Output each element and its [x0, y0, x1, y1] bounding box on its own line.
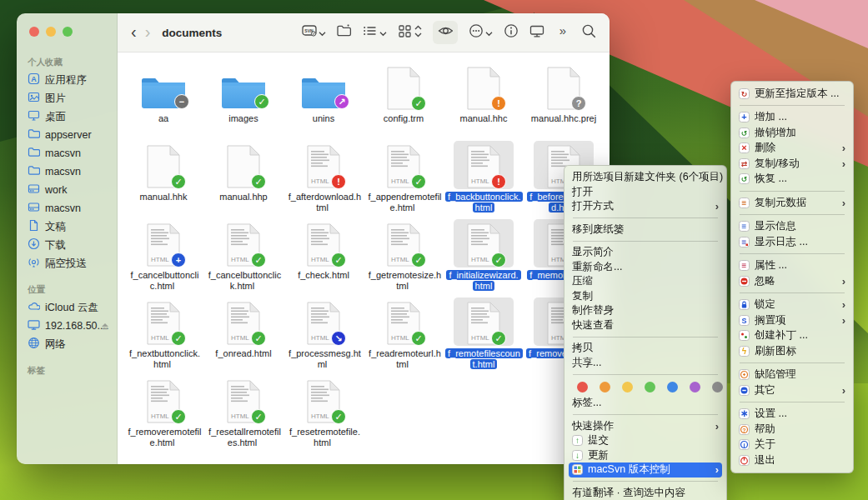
menu-item[interactable]: 锁定›	[731, 298, 853, 313]
file-item-config.trm[interactable]: ✓config.trm	[364, 62, 444, 141]
sidebar-item-macsvn[interactable]: macsvn	[17, 199, 117, 218]
back-button[interactable]: ‹	[131, 23, 137, 40]
menu-item[interactable]: 退出	[731, 452, 853, 468]
menu-item[interactable]: macSvn 版本控制›	[569, 462, 722, 478]
menu-item[interactable]: i关于	[731, 438, 853, 453]
menu-item[interactable]: 快速操作›	[564, 419, 726, 434]
menu-item[interactable]: ↻更新至指定版本 ...	[731, 86, 853, 102]
menu-item[interactable]: ↺撤销增加	[731, 125, 853, 141]
menu-item[interactable]: +增加 ...	[731, 110, 853, 126]
sidebar-item-桌面[interactable]: 桌面	[17, 108, 117, 126]
display-button[interactable]	[529, 23, 544, 42]
tag-color-dot[interactable]	[667, 382, 678, 392]
menu-item[interactable]: 其它›	[731, 382, 853, 398]
menu-item[interactable]: 拷贝	[564, 341, 726, 356]
sidebar-item-隔空投送[interactable]: 隔空投送	[17, 254, 117, 272]
menu-item[interactable]: ?帮助	[731, 422, 853, 438]
eject-icon[interactable]	[100, 321, 110, 333]
sidebar-item-图片[interactable]: 图片	[17, 89, 117, 108]
close-button[interactable]	[29, 27, 39, 37]
menu-item[interactable]: 移到废纸篓	[564, 222, 726, 238]
menu-item[interactable]: ≡复制元数据›	[731, 195, 853, 211]
file-item-manual.hhc[interactable]: !manual.hhc	[444, 62, 524, 141]
file-item-manual.hhp[interactable]: ✓manual.hhp	[203, 141, 283, 219]
menu-item[interactable]: 打开方式›	[564, 199, 726, 214]
menu-item[interactable]: 显示简介	[564, 245, 726, 260]
file-item-f_processmesg.html[interactable]: HTML↘f_processmesg.html	[283, 298, 364, 376]
menu-item[interactable]: ↺恢复 ...	[731, 172, 853, 188]
overflow-button[interactable]: »	[555, 23, 570, 42]
zoom-button[interactable]	[63, 27, 73, 37]
eye-button[interactable]	[433, 21, 458, 44]
file-item-f_nextbuttonclick.html[interactable]: HTML✓f_nextbuttonclick.html	[123, 298, 203, 376]
file-item-manual.hhk[interactable]: ✓manual.hhk	[123, 141, 203, 219]
file-item-manual.hhc.prej[interactable]: ?manual.hhc.prej	[524, 62, 604, 141]
menu-item[interactable]: 有道翻译 · 查询选中内容	[564, 486, 726, 500]
menu-item[interactable]: ↑提交	[564, 433, 726, 448]
file-item-f_appendremotefile.html[interactable]: HTML✓f_appendremotefile.html	[364, 141, 444, 219]
menu-item[interactable]: S搁置项›	[731, 312, 853, 328]
minimize-button[interactable]	[46, 27, 56, 37]
sidebar-item-appserver[interactable]: appserver	[17, 126, 117, 144]
menu-item[interactable]: 重新命名...	[564, 260, 726, 275]
file-item-images[interactable]: ✓images	[203, 62, 283, 141]
file-item-aa[interactable]: −aa	[123, 62, 203, 141]
sidebar-item-work[interactable]: work	[17, 181, 117, 199]
menu-item[interactable]: ≡显示信息	[731, 219, 853, 235]
more-options-button[interactable]	[469, 23, 493, 42]
tag-color-dot[interactable]	[600, 382, 610, 392]
menu-item[interactable]: 快速查看	[564, 318, 726, 333]
forward-button[interactable]: ›	[145, 23, 151, 40]
menu-item[interactable]: ⇄复制/移动›	[731, 156, 853, 172]
menu-item[interactable]: 复制	[564, 289, 726, 304]
tag-color-dot[interactable]	[690, 382, 700, 392]
menu-item[interactable]: ≡显示日志 ...	[731, 234, 853, 250]
sidebar-item-macsvn[interactable]: macsvn	[17, 144, 117, 162]
file-item-f_afterdownload.html[interactable]: HTML!f_afterdownload.html	[283, 141, 364, 219]
menu-item[interactable]: 创建补丁 ...	[731, 328, 853, 344]
file-item-f_initializewizard.html[interactable]: HTML✓f_initializewizard.html	[444, 219, 524, 298]
new-folder-button[interactable]	[337, 23, 352, 42]
sidebar-item-文稿[interactable]: 文稿	[17, 218, 117, 236]
menu-item[interactable]: 压缩	[564, 274, 726, 289]
sidebar-item-应用程序[interactable]: A应用程序	[17, 71, 117, 89]
list-view-button[interactable]	[363, 23, 387, 42]
menu-item[interactable]: ϟ刷新图标	[731, 343, 853, 359]
file-item-f_cancelbuttonclic.html[interactable]: HTML+f_cancelbuttonclic.html	[123, 219, 203, 298]
menu-item[interactable]: ×删除›	[731, 141, 853, 157]
tag-color-dot[interactable]	[577, 382, 588, 392]
menu-item[interactable]: 共享...	[564, 356, 726, 371]
file-item-f_readremoteurl.html[interactable]: HTML✓f_readremoteurl.html	[364, 298, 444, 376]
tag-color-dot[interactable]	[712, 382, 723, 392]
sidebar-item-macsvn[interactable]: macsvn	[17, 162, 117, 181]
info-button[interactable]	[504, 23, 519, 42]
search-button[interactable]	[581, 23, 596, 42]
file-item-f_removeremotefile.html[interactable]: HTML✓f_removeremotefile.html	[123, 376, 203, 454]
menu-item[interactable]: ≡属性 ...	[731, 258, 853, 274]
file-item-f_remotefilescount.html[interactable]: HTML✓f_remotefilescount.html	[444, 298, 524, 376]
file-item-f_cancelbuttonclick.html[interactable]: HTML✓f_cancelbuttonclick.html	[203, 219, 283, 298]
file-item-f_check.html[interactable]: HTML✓f_check.html	[283, 219, 364, 298]
icon-view-button[interactable]	[398, 23, 422, 42]
menu-item[interactable]: ↓更新	[564, 448, 726, 463]
file-item-f_resetremotefile.html[interactable]: HTML✓f_resetremotefile.html	[283, 376, 364, 454]
menu-item[interactable]: ∗设置 ...	[731, 407, 853, 422]
menu-item[interactable]: 缺陷管理	[731, 368, 853, 383]
tag-color-dot[interactable]	[622, 382, 633, 392]
svn-status-button[interactable]: SVN	[302, 23, 326, 42]
sidebar-item-192.168.50....[interactable]: 192.168.50....	[17, 317, 117, 335]
sidebar-item-下载[interactable]: 下载	[17, 236, 117, 254]
sidebar-item-网络[interactable]: 网络	[17, 335, 117, 353]
file-item-unins[interactable]: ↗unins	[283, 62, 364, 141]
file-item-f_onread.html[interactable]: HTML✓f_onread.html	[203, 298, 283, 376]
file-item-f_getremotesize.html[interactable]: HTML✓f_getremotesize.html	[364, 219, 444, 298]
menu-item[interactable]: 忽略›	[731, 273, 853, 289]
sidebar-item-iCloud 云盘[interactable]: iCloud 云盘	[17, 298, 117, 317]
menu-item[interactable]: 用所选项目新建文件夹 (6个项目)	[564, 170, 726, 185]
file-item-f_backbuttonclick.html[interactable]: HTML!f_backbuttonclick.html	[444, 141, 524, 219]
menu-item[interactable]: 打开	[564, 185, 726, 200]
file-item-f_resetallremotefiles.html[interactable]: HTML✓f_resetallremotefiles.html	[203, 376, 283, 454]
menu-item[interactable]: 制作替身	[564, 303, 726, 318]
menu-item[interactable]: 标签...	[564, 396, 726, 411]
tag-color-dot[interactable]	[645, 382, 655, 392]
